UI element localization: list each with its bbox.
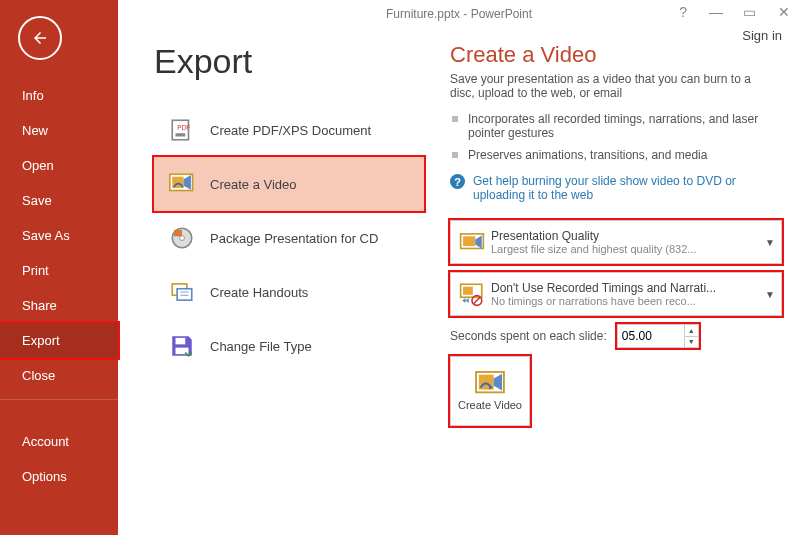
sidebar-item-options[interactable]: Options — [0, 459, 118, 494]
svg-rect-7 — [174, 230, 182, 237]
sidebar-item-open[interactable]: Open — [0, 148, 118, 183]
panel-description: Save your presentation as a video that y… — [450, 72, 770, 100]
quality-subtitle: Largest file size and highest quality (8… — [491, 243, 765, 255]
sidebar-item-info[interactable]: Info — [0, 78, 118, 113]
help-button[interactable]: ? — [679, 4, 687, 20]
svg-rect-15 — [463, 236, 475, 246]
sidebar-item-share[interactable]: Share — [0, 288, 118, 323]
sidebar-item-save[interactable]: Save — [0, 183, 118, 218]
export-options-list: PDFCreate PDF/XPS DocumentCreate a Video… — [154, 103, 424, 373]
sign-in-link[interactable]: Sign in — [742, 28, 782, 43]
seconds-input[interactable] — [618, 325, 684, 347]
export-option-icon — [162, 225, 202, 251]
sidebar-item-account[interactable]: Account — [0, 424, 118, 459]
panel-bullet: Preserves animations, transitions, and m… — [450, 144, 782, 166]
spinner-down-button[interactable]: ▼ — [684, 337, 698, 348]
svg-rect-17 — [463, 287, 473, 295]
title-bar: Furniture.pptx - PowerPoint ? — ▭ ✕ — [118, 0, 800, 28]
panel-bullets: Incorporates all recorded timings, narra… — [450, 108, 782, 166]
svg-rect-9 — [177, 289, 192, 300]
chevron-down-icon: ▼ — [765, 289, 775, 300]
export-option-icon: PDF — [162, 117, 202, 143]
svg-rect-12 — [176, 338, 186, 345]
export-option-icon — [162, 171, 202, 197]
help-link[interactable]: ? Get help burning your slide show video… — [450, 174, 770, 202]
panel-bullet: Incorporates all recorded timings, narra… — [450, 108, 782, 144]
no-timings-icon — [457, 281, 487, 307]
chevron-down-icon: ▼ — [765, 237, 775, 248]
export-option-create-handouts[interactable]: Create Handouts — [154, 265, 424, 319]
export-option-label: Create PDF/XPS Document — [210, 123, 371, 138]
restore-button[interactable]: ▭ — [743, 4, 756, 20]
sidebar-item-close[interactable]: Close — [0, 358, 118, 393]
export-option-icon — [162, 333, 202, 359]
backstage-sidebar: InfoNewOpenSaveSave AsPrintShareExportCl… — [0, 0, 118, 535]
export-option-label: Package Presentation for CD — [210, 231, 378, 246]
quality-dropdown[interactable]: Presentation Quality Largest file size a… — [450, 220, 782, 264]
timings-title: Don't Use Recorded Timings and Narrati..… — [491, 281, 765, 295]
help-text: Get help burning your slide show video t… — [473, 174, 770, 202]
back-arrow-icon — [31, 29, 49, 47]
svg-rect-1 — [176, 133, 186, 136]
timings-subtitle: No timings or narrations have been reco.… — [491, 295, 765, 307]
seconds-label: Seconds spent on each slide: — [450, 329, 607, 343]
create-video-label: Create Video — [458, 399, 522, 411]
back-button[interactable] — [18, 16, 62, 60]
export-option-label: Create a Video — [210, 177, 297, 192]
sidebar-item-save-as[interactable]: Save As — [0, 218, 118, 253]
export-option-package-presentation-for-cd[interactable]: Package Presentation for CD — [154, 211, 424, 265]
timings-dropdown[interactable]: Don't Use Recorded Timings and Narrati..… — [450, 272, 782, 316]
minimize-button[interactable]: — — [709, 4, 721, 20]
sidebar-item-new[interactable]: New — [0, 113, 118, 148]
page-title: Export — [154, 42, 424, 81]
create-video-button[interactable]: Create Video — [450, 356, 530, 426]
svg-line-19 — [474, 297, 481, 304]
svg-text:PDF: PDF — [177, 124, 190, 131]
panel-heading: Create a Video — [450, 42, 782, 68]
create-video-panel: Create a Video Save your presentation as… — [424, 42, 800, 426]
sidebar-divider — [0, 399, 118, 418]
export-option-create-pdf-xps-document[interactable]: PDFCreate PDF/XPS Document — [154, 103, 424, 157]
create-video-icon — [475, 371, 505, 397]
seconds-spinner[interactable]: ▲ ▼ — [617, 324, 699, 348]
sidebar-item-print[interactable]: Print — [0, 253, 118, 288]
presentation-quality-icon — [457, 229, 487, 255]
export-option-create-a-video[interactable]: Create a Video — [154, 157, 424, 211]
export-option-label: Create Handouts — [210, 285, 308, 300]
spinner-up-button[interactable]: ▲ — [684, 325, 698, 337]
help-icon: ? — [450, 174, 465, 189]
export-option-change-file-type[interactable]: Change File Type — [154, 319, 424, 373]
export-option-icon — [162, 279, 202, 305]
quality-title: Presentation Quality — [491, 229, 765, 243]
close-window-button[interactable]: ✕ — [778, 4, 790, 20]
sidebar-item-export[interactable]: Export — [0, 323, 118, 358]
export-option-label: Change File Type — [210, 339, 312, 354]
